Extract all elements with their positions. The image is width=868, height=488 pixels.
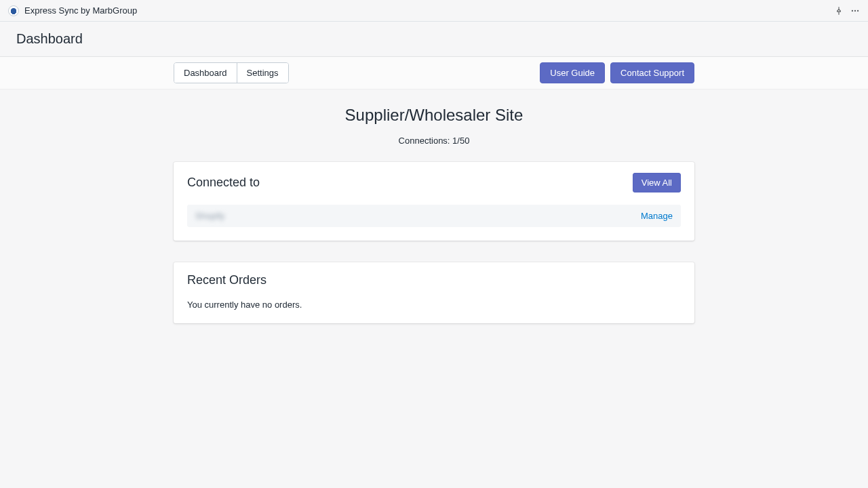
page-header-title: Dashboard <box>16 31 852 47</box>
tab-dashboard[interactable]: Dashboard <box>174 63 237 83</box>
connection-row: Shopify Manage <box>187 205 681 227</box>
main-content: Supplier/Wholesaler Site Connections: 1/… <box>174 89 694 323</box>
toolbar-tabs: Dashboard Settings <box>174 62 289 83</box>
contact-support-button[interactable]: Contact Support <box>610 62 694 83</box>
more-icon[interactable] <box>850 6 860 16</box>
svg-point-2 <box>857 9 859 11</box>
connection-name: Shopify <box>195 211 224 221</box>
connections-count: Connections: 1/50 <box>174 136 694 146</box>
connected-card: Connected to View All Shopify Manage <box>174 162 694 241</box>
manage-link[interactable]: Manage <box>641 211 673 221</box>
connected-card-header: Connected to View All <box>187 173 681 192</box>
page-title: Supplier/Wholesaler Site <box>174 106 694 125</box>
titlebar-right <box>834 6 860 16</box>
app-title: Express Sync by MarbGroup <box>24 5 137 16</box>
titlebar-left: Express Sync by MarbGroup <box>8 5 137 16</box>
tab-group: Dashboard Settings <box>174 62 289 83</box>
user-guide-button[interactable]: User Guide <box>540 62 605 83</box>
app-icon <box>8 5 19 16</box>
toolbar-actions: User Guide Contact Support <box>540 62 694 83</box>
svg-point-1 <box>854 9 856 11</box>
pin-icon[interactable] <box>834 6 844 16</box>
tab-settings[interactable]: Settings <box>237 63 288 83</box>
view-all-button[interactable]: View All <box>633 173 681 192</box>
svg-point-0 <box>852 9 853 11</box>
titlebar: Express Sync by MarbGroup <box>0 0 868 22</box>
orders-empty-text: You currently have no orders. <box>187 300 681 310</box>
orders-card-title: Recent Orders <box>187 273 681 287</box>
toolbar: Dashboard Settings User Guide Contact Su… <box>0 57 868 89</box>
page-header: Dashboard <box>0 22 868 57</box>
orders-card: Recent Orders You currently have no orde… <box>174 262 694 323</box>
connected-card-title: Connected to <box>187 176 260 190</box>
